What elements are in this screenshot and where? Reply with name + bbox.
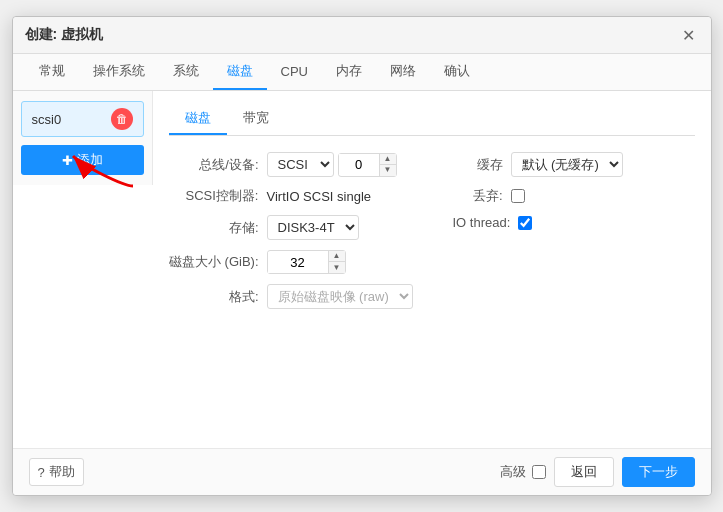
- disk-sub-tabs: 磁盘 带宽: [169, 103, 695, 136]
- form-right-col: 缓存 默认 (无缓存) 无 Write back Write through 丢…: [453, 152, 695, 309]
- discard-checkbox[interactable]: [511, 189, 525, 203]
- question-icon: ?: [38, 465, 45, 480]
- tab-confirm[interactable]: 确认: [430, 54, 484, 90]
- format-label: 格式:: [169, 288, 259, 306]
- tab-system[interactable]: 系统: [159, 54, 213, 90]
- add-label: 添加: [77, 151, 103, 169]
- trash-icon: 🗑: [116, 112, 128, 126]
- advanced-label: 高级: [500, 463, 526, 481]
- device-spin-up[interactable]: ▲: [380, 154, 396, 165]
- disk-main-content: 磁盘 带宽 总线/设备: SCSI IDE SATA: [153, 91, 711, 448]
- device-number-input: ▲ ▼: [338, 153, 397, 177]
- form-left-col: 总线/设备: SCSI IDE SATA VirtIO: [169, 152, 413, 309]
- tab-general[interactable]: 常规: [25, 54, 79, 90]
- bus-select[interactable]: SCSI IDE SATA VirtIO: [267, 152, 334, 177]
- cache-label: 缓存: [453, 156, 503, 174]
- tab-memory[interactable]: 内存: [322, 54, 376, 90]
- bus-device-row: 总线/设备: SCSI IDE SATA VirtIO: [169, 152, 413, 177]
- storage-label: 存储:: [169, 219, 259, 237]
- disk-size-input: ▲ ▼: [267, 250, 346, 274]
- device-number-field[interactable]: [339, 154, 379, 175]
- plus-icon: ✚: [62, 153, 73, 168]
- io-thread-row: IO thread:: [453, 215, 695, 230]
- tab-disk[interactable]: 磁盘: [213, 54, 267, 90]
- delete-disk-button[interactable]: 🗑: [111, 108, 133, 130]
- disk-item-label: scsi0: [32, 112, 62, 127]
- help-label: 帮助: [49, 463, 75, 481]
- footer-right: 高级 返回 下一步: [500, 457, 695, 487]
- discard-row: 丢弃:: [453, 187, 695, 205]
- discard-label: 丢弃:: [453, 187, 503, 205]
- tab-bar: 常规 操作系统 系统 磁盘 CPU 内存 网络 确认: [13, 54, 711, 91]
- create-vm-dialog: 创建: 虚拟机 ✕ 常规 操作系统 系统 磁盘 CPU 内存 网络 确认 scs…: [12, 16, 712, 496]
- storage-row: 存储: DISK3-4T local local-lvm: [169, 215, 413, 240]
- bus-device-label: 总线/设备:: [169, 156, 259, 174]
- format-select[interactable]: 原始磁盘映像 (raw) QCOW2 VMDK: [267, 284, 413, 309]
- format-row: 格式: 原始磁盘映像 (raw) QCOW2 VMDK: [169, 284, 413, 309]
- sub-tab-bandwidth[interactable]: 带宽: [227, 103, 285, 135]
- add-disk-area: ✚ 添加: [21, 145, 144, 175]
- dialog-body: scsi0 🗑 ✚ 添加: [13, 91, 711, 448]
- advanced-row: 高级: [500, 463, 546, 481]
- help-button[interactable]: ? 帮助: [29, 458, 84, 486]
- dialog-titlebar: 创建: 虚拟机 ✕: [13, 17, 711, 54]
- close-button[interactable]: ✕: [679, 25, 699, 45]
- scsi-controller-value: VirtIO SCSI single: [267, 189, 372, 204]
- sub-tab-disk[interactable]: 磁盘: [169, 103, 227, 135]
- disk-size-spinners: ▲ ▼: [328, 251, 345, 273]
- disk-sidebar: scsi0 🗑 ✚ 添加: [13, 91, 153, 448]
- scsi-controller-row: SCSI控制器: VirtIO SCSI single: [169, 187, 413, 205]
- advanced-checkbox[interactable]: [532, 465, 546, 479]
- disk-form: 总线/设备: SCSI IDE SATA VirtIO: [169, 152, 695, 309]
- dialog-footer: ? 帮助 高级 返回 下一步: [13, 448, 711, 495]
- tab-network[interactable]: 网络: [376, 54, 430, 90]
- add-disk-button[interactable]: ✚ 添加: [21, 145, 144, 175]
- storage-select[interactable]: DISK3-4T local local-lvm: [267, 215, 359, 240]
- disk-list: scsi0 🗑 ✚ 添加: [13, 91, 153, 185]
- tab-os[interactable]: 操作系统: [79, 54, 159, 90]
- next-button[interactable]: 下一步: [622, 457, 695, 487]
- device-spin-down[interactable]: ▼: [380, 165, 396, 176]
- disk-size-spin-down[interactable]: ▼: [329, 262, 345, 273]
- bus-device-control: SCSI IDE SATA VirtIO ▲ ▼: [267, 152, 397, 177]
- tab-cpu[interactable]: CPU: [267, 56, 322, 89]
- footer-left: ? 帮助: [29, 458, 84, 486]
- scsi-controller-label: SCSI控制器:: [169, 187, 259, 205]
- disk-size-row: 磁盘大小 (GiB): ▲ ▼: [169, 250, 413, 274]
- io-thread-label: IO thread:: [453, 215, 511, 230]
- disk-size-spin-up[interactable]: ▲: [329, 251, 345, 262]
- cache-row: 缓存 默认 (无缓存) 无 Write back Write through: [453, 152, 695, 177]
- disk-item-scsi0[interactable]: scsi0 🗑: [21, 101, 144, 137]
- disk-size-field[interactable]: [268, 252, 328, 273]
- io-thread-checkbox[interactable]: [518, 216, 532, 230]
- device-spinners: ▲ ▼: [379, 154, 396, 176]
- cache-select[interactable]: 默认 (无缓存) 无 Write back Write through: [511, 152, 623, 177]
- back-button[interactable]: 返回: [554, 457, 614, 487]
- disk-size-label: 磁盘大小 (GiB):: [169, 253, 259, 271]
- dialog-title: 创建: 虚拟机: [25, 26, 104, 44]
